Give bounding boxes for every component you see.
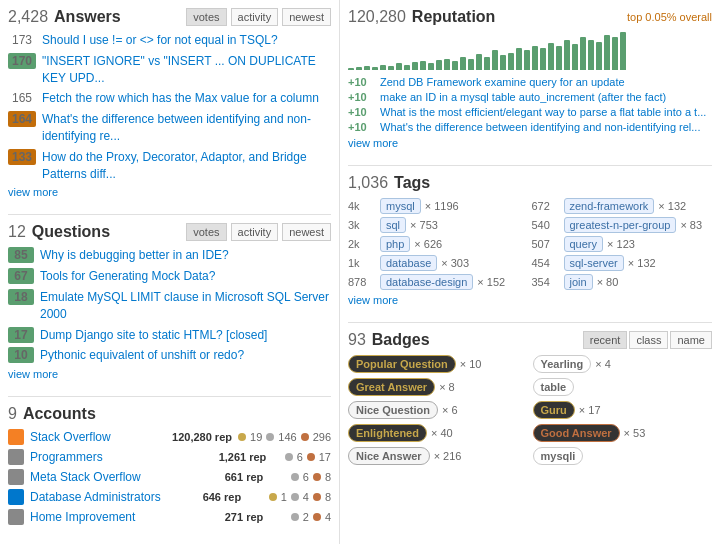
questions-header: 12 Questions votes activity newest — [8, 223, 331, 241]
answers-word: Answers — [54, 8, 121, 26]
answers-header: 2,428 Answers votes activity newest — [8, 8, 331, 26]
tag-count: 540 — [532, 219, 560, 231]
question-item: 17 Dump Django site to static HTML? [clo… — [8, 327, 331, 344]
tag-x-count: × 80 — [597, 276, 619, 288]
questions-tabs: votes activity newest — [186, 223, 331, 241]
tag-label[interactable]: mysql — [380, 198, 421, 214]
reputation-view-more[interactable]: view more — [348, 137, 712, 149]
badge-pill[interactable]: Good Answer — [533, 424, 620, 442]
chart-bar — [420, 61, 426, 70]
questions-tab-newest[interactable]: newest — [282, 223, 331, 241]
tag-label[interactable]: join — [564, 274, 593, 290]
account-item: Home Improvement 271 rep 2 4 — [8, 509, 331, 525]
divider-2 — [8, 396, 331, 397]
tags-header: 1,036 Tags — [348, 174, 712, 192]
account-item: Meta Stack Overflow 661 rep 6 8 — [8, 469, 331, 485]
accounts-list: Stack Overflow 120,280 rep 19 146 296 Pr… — [8, 429, 331, 525]
rep-link[interactable]: make an ID in a mysql table auto_increme… — [380, 91, 666, 103]
badge-count: × 216 — [434, 450, 462, 462]
rep-plus: +10 — [348, 121, 376, 133]
answers-tab-activity[interactable]: activity — [231, 8, 279, 26]
questions-section: 12 Questions votes activity newest 85 Wh… — [8, 223, 331, 380]
chart-bar — [348, 68, 354, 70]
question-link[interactable]: Emulate MySQL LIMIT clause in Microsoft … — [40, 289, 331, 323]
tag-row: 3k sql × 753 — [348, 217, 529, 233]
rep-link[interactable]: What is the most efficient/elegant way t… — [380, 106, 706, 118]
tag-count: 4k — [348, 200, 376, 212]
badge-pill-mysqli[interactable]: mysqli — [533, 447, 584, 465]
accounts-section: 9 Accounts Stack Overflow 120,280 rep 19… — [8, 405, 331, 525]
tag-label[interactable]: sql — [380, 217, 406, 233]
reputation-count: 120,280 — [348, 8, 406, 26]
tag-label[interactable]: query — [564, 236, 604, 252]
question-link[interactable]: Tools for Generating Mock Data? — [40, 268, 215, 285]
answer-link[interactable]: How do the Proxy, Decorator, Adaptor, an… — [42, 149, 331, 183]
rep-plus: +10 — [348, 76, 376, 88]
chart-bar — [412, 62, 418, 70]
account-name[interactable]: Home Improvement — [30, 510, 219, 524]
tag-x-count: × 123 — [607, 238, 635, 250]
account-name[interactable]: Stack Overflow — [30, 430, 166, 444]
chart-bar — [460, 57, 466, 70]
questions-list: 85 Why is debugging better in an IDE? 67… — [8, 247, 331, 364]
tag-label[interactable]: greatest-n-per-group — [564, 217, 677, 233]
chart-bar — [612, 37, 618, 70]
tag-label[interactable]: zend-framework — [564, 198, 655, 214]
badge-pill[interactable]: Great Answer — [348, 378, 435, 396]
badge-pill-table[interactable]: table — [533, 378, 575, 396]
tag-count: 672 — [532, 200, 560, 212]
answer-link[interactable]: Should I use != or <> for not equal in T… — [42, 32, 278, 49]
question-vote: 17 — [8, 327, 34, 343]
tag-row: 454 sql-server × 132 — [532, 255, 713, 271]
tags-view-more[interactable]: view more — [348, 294, 712, 306]
tag-label[interactable]: database — [380, 255, 437, 271]
badge-pill-yearling[interactable]: Yearling — [533, 355, 592, 373]
tag-label[interactable]: sql-server — [564, 255, 624, 271]
reputation-header: 120,280 Reputation top 0.05% overall — [348, 8, 712, 26]
question-link[interactable]: Pythonic equivalent of unshift or redo? — [40, 347, 244, 364]
answers-tab-newest[interactable]: newest — [282, 8, 331, 26]
account-name[interactable]: Meta Stack Overflow — [30, 470, 219, 484]
rep-link[interactable]: Zend DB Framework examine query for an u… — [380, 76, 625, 88]
rep-link[interactable]: What's the difference between identifyin… — [380, 121, 700, 133]
badges-tab-recent[interactable]: recent — [583, 331, 628, 349]
tag-row: 2k php × 626 — [348, 236, 529, 252]
answer-link[interactable]: Fetch the row which has the Max value fo… — [42, 90, 319, 107]
tag-label[interactable]: database-design — [380, 274, 473, 290]
accounts-word: Accounts — [23, 405, 96, 423]
answer-link[interactable]: What's the difference between identifyin… — [42, 111, 331, 145]
badge-item: mysqli — [533, 447, 713, 465]
chart-bar — [508, 53, 514, 70]
questions-tab-votes[interactable]: votes — [186, 223, 226, 241]
chart-bar — [476, 54, 482, 70]
questions-word: Questions — [32, 223, 110, 241]
account-badges: 19 146 296 — [238, 431, 331, 443]
badge-pill[interactable]: Nice Question — [348, 401, 438, 419]
account-name[interactable]: Database Administrators — [30, 490, 197, 504]
tag-row: 540 greatest-n-per-group × 83 — [532, 217, 713, 233]
badge-pill[interactable]: Enlightened — [348, 424, 427, 442]
badges-tab-class[interactable]: class — [629, 331, 668, 349]
badge-pill[interactable]: Guru — [533, 401, 575, 419]
badge-pill[interactable]: Nice Answer — [348, 447, 430, 465]
badge-pill[interactable]: Popular Question — [348, 355, 456, 373]
answers-view-more[interactable]: view more — [8, 186, 331, 198]
question-item: 85 Why is debugging better in an IDE? — [8, 247, 331, 264]
badges-tab-name[interactable]: name — [670, 331, 712, 349]
chart-bar — [372, 67, 378, 70]
answer-link[interactable]: "INSERT IGNORE" vs "INSERT ... ON DUPLIC… — [42, 53, 331, 87]
reputation-section: 120,280 Reputation top 0.05% overall +10… — [348, 8, 712, 149]
question-link[interactable]: Why is debugging better in an IDE? — [40, 247, 229, 264]
questions-tab-activity[interactable]: activity — [231, 223, 279, 241]
account-name[interactable]: Programmers — [30, 450, 213, 464]
accounts-header: 9 Accounts — [8, 405, 331, 423]
answer-vote: 173 — [8, 32, 36, 48]
chart-bar — [436, 60, 442, 70]
questions-view-more[interactable]: view more — [8, 368, 331, 380]
tag-label[interactable]: php — [380, 236, 410, 252]
tags-count: 1,036 — [348, 174, 388, 192]
rep-plus: +10 — [348, 91, 376, 103]
question-link[interactable]: Dump Django site to static HTML? [closed… — [40, 327, 267, 344]
answers-tab-votes[interactable]: votes — [186, 8, 226, 26]
chart-bar — [572, 44, 578, 70]
